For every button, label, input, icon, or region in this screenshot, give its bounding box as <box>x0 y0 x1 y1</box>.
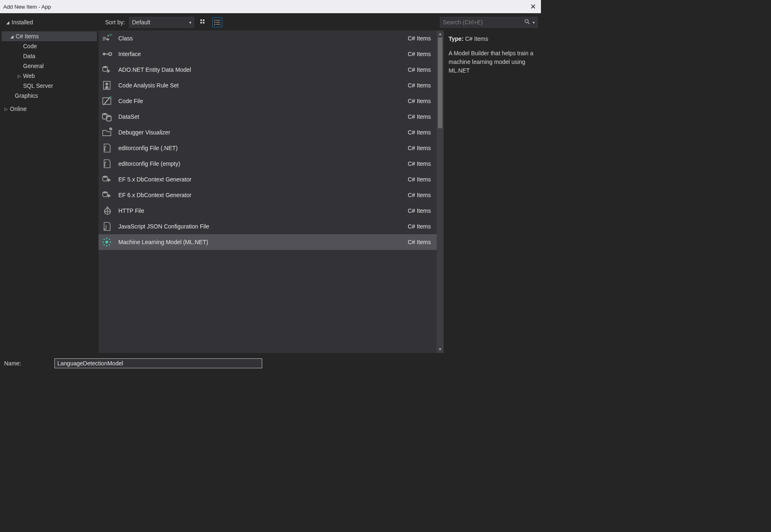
svg-point-24 <box>104 165 106 166</box>
template-name: DataSet <box>118 113 403 120</box>
template-type-row: Type: C# Items <box>449 35 536 43</box>
scroll-thumb[interactable] <box>438 38 442 128</box>
ml-icon <box>100 235 113 249</box>
ef-icon <box>100 173 113 186</box>
view-list-button[interactable] <box>212 17 222 27</box>
templates-column: C#ClassC# ItemsInterfaceC# ItemsADO.NET … <box>99 31 444 353</box>
js-icon <box>100 220 113 233</box>
view-grid-button[interactable] <box>198 17 208 27</box>
class-icon: C# <box>100 32 113 45</box>
template-name: Machine Learning Model (ML.NET) <box>118 239 403 245</box>
template-row[interactable]: EF 5.x DbContext GeneratorC# Items <box>99 172 437 187</box>
tree-node-code[interactable]: Code <box>2 41 97 51</box>
template-row[interactable]: DataSetC# Items <box>99 109 437 125</box>
sort-by-value: Default <box>132 19 150 26</box>
close-icon[interactable]: ✕ <box>529 2 538 11</box>
svg-rect-2 <box>200 22 202 24</box>
template-row[interactable]: JavaScript JSON Configuration FileC# Ite… <box>99 219 437 234</box>
template-category: C# Items <box>408 113 431 120</box>
template-category: C# Items <box>408 82 431 89</box>
svg-point-34 <box>103 239 105 240</box>
template-row[interactable]: ADO.NET Entity Data ModelC# Items <box>99 62 437 78</box>
template-row[interactable]: HTTP FileC# Items <box>99 203 437 219</box>
folder-icon: C# <box>100 126 113 139</box>
tree-label: Installed <box>12 19 33 26</box>
expander-icon: ◢ <box>5 20 11 25</box>
template-row[interactable]: editorconfig File (.NET)C# Items <box>99 140 437 156</box>
tree-node-sqlserver[interactable]: SQL Server <box>2 81 97 91</box>
codefile-icon: C# <box>100 94 113 108</box>
scroll-down-icon[interactable] <box>437 346 444 353</box>
type-value: C# Items <box>465 35 488 42</box>
template-row[interactable]: Code Analysis Rule SetC# Items <box>99 78 437 93</box>
top-controls: ◢ Installed Sort by: Default ▾ Search (C… <box>0 13 541 31</box>
dialog-footer: Add Cancel <box>0 374 541 374</box>
ruleset-icon <box>100 79 113 92</box>
dataset-icon <box>100 110 113 123</box>
sort-by-dropdown[interactable]: Default ▾ <box>129 17 194 28</box>
svg-point-26 <box>103 191 107 193</box>
svg-point-25 <box>103 176 107 178</box>
svg-point-18 <box>106 83 108 86</box>
template-row[interactable]: C#Debugger VisualizerC# Items <box>99 125 437 140</box>
search-icon <box>524 19 530 26</box>
template-name: JavaScript JSON Configuration File <box>118 223 403 230</box>
tree-node-data[interactable]: Data <box>2 51 97 61</box>
tree-node-graphics[interactable]: Graphics <box>2 91 97 101</box>
template-category: C# Items <box>408 160 431 167</box>
config-icon <box>100 157 113 170</box>
svg-point-23 <box>104 149 106 151</box>
template-category: C# Items <box>408 129 431 136</box>
svg-point-16 <box>103 66 107 68</box>
type-label: Type: <box>449 35 463 42</box>
template-name: Debugger Visualizer <box>118 129 403 136</box>
template-row[interactable]: C#ClassC# Items <box>99 31 437 46</box>
svg-point-28 <box>103 228 105 230</box>
tree-label: Data <box>23 53 35 59</box>
template-row[interactable]: editorconfig File (empty)C# Items <box>99 156 437 172</box>
tree-node-general[interactable]: General <box>2 61 97 71</box>
template-category: C# Items <box>408 98 431 104</box>
tree-node-csitems[interactable]: ◢ C# Items <box>2 31 97 41</box>
template-row[interactable]: C#Code FileC# Items <box>99 93 437 109</box>
tree-root-installed[interactable]: ◢ Installed <box>3 17 101 27</box>
search-input[interactable]: Search (Ctrl+E) ▾ <box>440 17 538 28</box>
tree-node-web[interactable]: ▷Web <box>2 71 97 81</box>
scrollbar[interactable] <box>437 31 444 353</box>
svg-point-33 <box>110 241 111 242</box>
template-category: C# Items <box>408 207 431 214</box>
interface-icon <box>100 47 113 61</box>
template-description: A Model Builder that helps train a machi… <box>449 49 536 75</box>
window-titlebar: Add New Item - App ✕ <box>0 0 541 13</box>
name-input[interactable] <box>54 358 262 368</box>
template-list[interactable]: C#ClassC# ItemsInterfaceC# ItemsADO.NET … <box>99 31 437 353</box>
svg-point-36 <box>103 244 105 245</box>
template-category: C# Items <box>408 35 431 42</box>
template-row[interactable]: Machine Learning Model (ML.NET)C# Items <box>99 234 437 250</box>
details-pane: Type: C# Items A Model Builder that help… <box>444 31 541 353</box>
scroll-up-icon[interactable] <box>437 31 444 38</box>
template-category: C# Items <box>408 145 431 151</box>
chevron-down-icon: ▾ <box>533 20 535 25</box>
expander-collapsed-icon: ▷ <box>16 74 22 78</box>
sort-by-label: Sort by: <box>105 19 125 26</box>
svg-point-15 <box>108 52 111 55</box>
name-label: Name: <box>4 360 50 367</box>
svg-point-35 <box>109 239 110 240</box>
tree-header-cell: ◢ Installed <box>3 17 101 27</box>
svg-text:C#: C# <box>110 96 113 99</box>
svg-point-21 <box>106 115 111 117</box>
window-title: Add New Item - App <box>3 4 51 10</box>
template-row[interactable]: InterfaceC# Items <box>99 46 437 62</box>
template-name: editorconfig File (empty) <box>118 160 403 167</box>
svg-point-31 <box>106 245 107 246</box>
svg-rect-9 <box>216 24 220 25</box>
search-placeholder: Search (Ctrl+E) <box>443 19 522 26</box>
template-row[interactable]: EF 6.x DbContext GeneratorC# Items <box>99 187 437 203</box>
template-name: editorconfig File (.NET) <box>118 145 403 151</box>
tree-node-online[interactable]: ▷Online <box>2 104 97 114</box>
tree-label: Web <box>23 73 35 79</box>
template-name: Code Analysis Rule Set <box>118 82 403 89</box>
svg-rect-0 <box>200 19 202 21</box>
template-category: C# Items <box>408 192 431 198</box>
